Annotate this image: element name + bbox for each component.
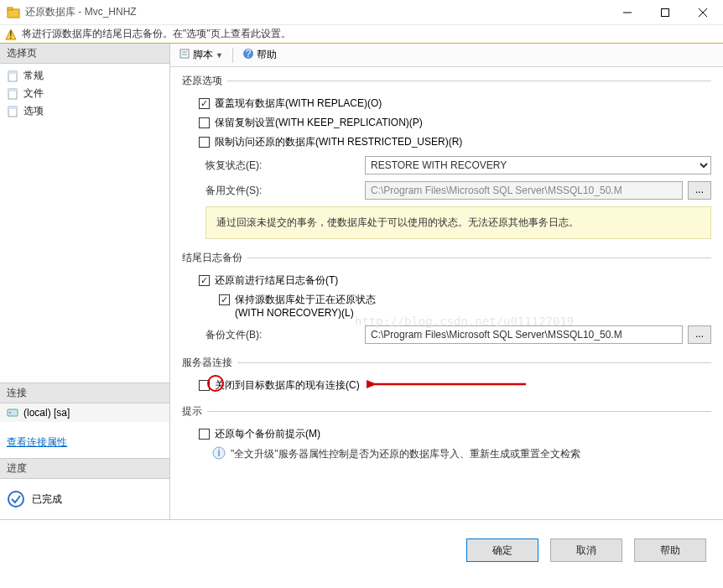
nav-item-general[interactable]: 常规	[0, 67, 169, 85]
svg-rect-3	[661, 8, 668, 16]
view-connection-props-row: 查看连接属性	[0, 422, 169, 458]
svg-point-16	[8, 492, 23, 507]
take-tail-row[interactable]: 还原前进行结尾日志备份(T)	[199, 273, 711, 288]
info-icon: i	[212, 446, 226, 462]
group-title: 服务器连接	[182, 356, 232, 370]
svg-rect-13	[8, 107, 17, 109]
toolbar-separator	[232, 48, 233, 63]
standby-file-label: 备用文件(S):	[205, 184, 365, 198]
nav-label: 常规	[23, 69, 44, 83]
recovery-state-select[interactable]: RESTORE WITH RECOVERY	[365, 156, 711, 174]
prompt-each-label: 还原每个备份前提示(M)	[215, 427, 320, 441]
warning-icon: !	[5, 29, 17, 40]
recovery-state-row: 恢复状态(E): RESTORE WITH RECOVERY	[205, 156, 711, 174]
help-button-footer[interactable]: 帮助	[634, 539, 706, 562]
svg-rect-1	[8, 8, 13, 10]
connection-header: 连接	[0, 382, 169, 403]
view-connection-props-link[interactable]: 查看连接属性	[7, 436, 67, 448]
prompt-each-checkbox[interactable]	[199, 429, 210, 440]
warning-text: 将进行源数据库的结尾日志备份。在"选项"页上查看此设置。	[22, 27, 291, 41]
close-conn-row[interactable]: 关闭到目标数据库的现有连接(C)	[199, 378, 711, 393]
nav-item-options[interactable]: 选项	[0, 102, 169, 120]
tail-log-group: 结尾日志备份 还原前进行结尾日志备份(T) 保持源数据库处于正在还原状态 (WI…	[182, 251, 711, 344]
recovery-state-label: 恢复状态(E):	[205, 159, 365, 173]
norecovery-row[interactable]: 保持源数据库处于正在还原状态 (WITH NORECOVERY)(L)	[219, 293, 711, 319]
page-icon	[7, 70, 18, 82]
app-icon	[7, 6, 20, 19]
backup-file-row: 备份文件(B): ...	[205, 325, 711, 344]
server-conn-group: 服务器连接 关闭到目标数据库的现有连接(C)	[182, 356, 711, 393]
maximize-button[interactable]	[646, 1, 684, 24]
minimize-button[interactable]	[608, 1, 646, 24]
toolbar: 脚本 ▼ ? 帮助	[170, 44, 723, 67]
warning-bar: ! 将进行源数据库的结尾日志备份。在"选项"页上查看此设置。	[0, 25, 723, 44]
right-column: 脚本 ▼ ? 帮助 http://blog.csdn.net/u01112701…	[170, 44, 723, 519]
close-conn-checkbox[interactable]	[199, 380, 210, 391]
help-label: 帮助	[257, 48, 277, 62]
standby-file-row: 备用文件(S): ...	[205, 181, 711, 200]
nav-item-files[interactable]: 文件	[0, 85, 169, 102]
group-title: 结尾日志备份	[182, 251, 242, 265]
progress-body: 已完成	[0, 479, 169, 519]
help-button[interactable]: ? 帮助	[239, 46, 280, 64]
progress-header: 进度	[0, 458, 169, 479]
restricted-label: 限制访问还原的数据库(WITH RESTRICTED_USER)(R)	[215, 135, 462, 149]
svg-point-15	[9, 412, 11, 414]
svg-rect-17	[180, 49, 189, 58]
overwrite-label: 覆盖现有数据库(WITH REPLACE)(O)	[215, 96, 382, 111]
info-row: i "全文升级"服务器属性控制是否为还原的数据库导入、重新生成或重置全文检索	[212, 446, 711, 462]
prompt-each-row[interactable]: 还原每个备份前提示(M)	[199, 427, 711, 441]
group-title: 还原选项	[182, 74, 222, 88]
info-text: "全文升级"服务器属性控制是否为还原的数据库导入、重新生成或重置全文检索	[231, 447, 580, 461]
svg-rect-9	[8, 71, 17, 74]
dropdown-arrow-icon: ▼	[216, 51, 223, 60]
success-icon	[7, 490, 25, 508]
nav-label: 文件	[23, 86, 44, 101]
script-label: 脚本	[193, 48, 213, 62]
group-title: 提示	[182, 404, 202, 419]
page-icon	[7, 106, 18, 117]
overwrite-checkbox[interactable]	[199, 98, 210, 109]
svg-rect-11	[8, 89, 17, 91]
page-list: 常规 文件 选项	[0, 64, 169, 123]
close-conn-label: 关闭到目标数据库的现有连接(C)	[215, 378, 360, 393]
svg-text:i: i	[218, 447, 221, 459]
main-area: 选择页 常规 文件 选项 连接 (local) [sa] 查看连接属性 进度	[0, 44, 723, 520]
norecovery-checkbox[interactable]	[219, 294, 230, 305]
help-icon: ?	[242, 48, 254, 62]
backup-browse-button[interactable]: ...	[688, 325, 711, 344]
nav-label: 选项	[23, 104, 44, 118]
keep-repl-label: 保留复制设置(WITH KEEP_REPLICATION)(P)	[215, 116, 423, 130]
select-page-header: 选择页	[0, 44, 169, 64]
restore-note: 通过回滚未提交的事务，使数据库处于可以使用的状态。无法还原其他事务日志。	[205, 206, 711, 239]
svg-text:?: ?	[246, 48, 252, 60]
footer: 确定 取消 帮助	[0, 520, 723, 580]
script-icon	[179, 48, 190, 62]
window-title: 还原数据库 - Mvc_HNHZ	[25, 5, 608, 19]
cancel-button[interactable]: 取消	[550, 539, 622, 562]
svg-rect-14	[8, 409, 18, 416]
take-tail-label: 还原前进行结尾日志备份(T)	[215, 273, 338, 288]
connection-body: (local) [sa]	[0, 403, 169, 422]
restricted-checkbox[interactable]	[199, 137, 210, 148]
keep-repl-checkbox[interactable]	[199, 117, 210, 128]
norecovery-label: 保持源数据库处于正在还原状态 (WITH NORECOVERY)(L)	[235, 293, 376, 319]
keep-repl-row[interactable]: 保留复制设置(WITH KEEP_REPLICATION)(P)	[199, 116, 711, 130]
overwrite-row[interactable]: 覆盖现有数据库(WITH REPLACE)(O)	[199, 96, 711, 111]
script-button[interactable]: 脚本 ▼	[175, 46, 226, 64]
title-bar: 还原数据库 - Mvc_HNHZ	[0, 0, 723, 25]
progress-value: 已完成	[32, 492, 62, 507]
page-icon	[7, 88, 18, 100]
take-tail-checkbox[interactable]	[199, 275, 210, 286]
prompt-group: 提示 还原每个备份前提示(M) i "全文升级"服务器属性控制是否为还原的数据库…	[182, 404, 711, 462]
restore-options-group: 还原选项 覆盖现有数据库(WITH REPLACE)(O) 保留复制设置(WIT…	[182, 74, 711, 239]
backup-file-input[interactable]	[365, 325, 683, 344]
standby-browse-button: ...	[688, 181, 711, 200]
standby-file-input	[365, 181, 683, 200]
content-area: http://blog.csdn.net/u011127019 还原选项 覆盖现…	[170, 67, 723, 519]
backup-file-label: 备份文件(B):	[205, 328, 365, 342]
close-button[interactable]	[684, 1, 721, 24]
restricted-row[interactable]: 限制访问还原的数据库(WITH RESTRICTED_USER)(R)	[199, 135, 711, 149]
ok-button[interactable]: 确定	[466, 539, 538, 562]
connection-value: (local) [sa]	[23, 407, 70, 419]
